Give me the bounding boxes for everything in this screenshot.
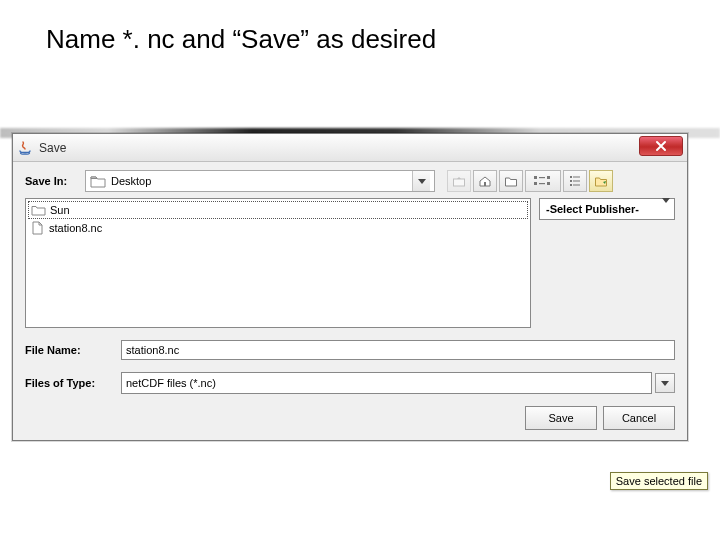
close-icon <box>655 140 667 152</box>
file-icon <box>30 221 45 235</box>
svg-rect-11 <box>573 181 580 182</box>
details-view-button[interactable] <box>563 170 587 192</box>
filetype-row: Files of Type: netCDF files (*.nc) <box>13 366 687 400</box>
button-row: Save Cancel <box>13 400 687 440</box>
up-one-level-button[interactable] <box>447 170 471 192</box>
save-in-value: Desktop <box>111 175 412 187</box>
java-icon <box>17 140 33 156</box>
go-button[interactable] <box>589 170 613 192</box>
titlebar: Save <box>13 134 687 162</box>
filetype-combo[interactable]: netCDF files (*.nc) <box>121 372 652 394</box>
publisher-combo-label: -Select Publisher- <box>546 203 639 215</box>
details-view-icon <box>568 174 582 188</box>
filename-label: File Name: <box>25 344 117 356</box>
svg-rect-0 <box>454 179 465 186</box>
folder-go-icon <box>594 174 608 188</box>
dialog-title: Save <box>39 141 66 155</box>
list-item-label: station8.nc <box>49 222 102 234</box>
save-in-combo[interactable]: Desktop <box>85 170 435 192</box>
save-dialog: Save Save In: Desktop <box>12 133 688 441</box>
svg-rect-7 <box>547 182 550 185</box>
list-item[interactable]: station8.nc <box>28 219 528 237</box>
cancel-button[interactable]: Cancel <box>603 406 675 430</box>
chevron-down-icon <box>661 381 669 386</box>
svg-rect-4 <box>539 177 545 178</box>
new-folder-button[interactable] <box>499 170 523 192</box>
file-list[interactable]: Sun station8.nc <box>25 198 531 328</box>
close-button[interactable] <box>639 136 683 156</box>
toolbar-buttons <box>447 170 613 192</box>
filename-input[interactable] <box>121 340 675 360</box>
save-button[interactable]: Save <box>525 406 597 430</box>
svg-rect-5 <box>539 183 545 184</box>
folder-icon <box>90 174 106 188</box>
svg-rect-12 <box>570 184 572 186</box>
slide: Name *. nc and “Save” as desired Save Sa… <box>0 0 720 540</box>
svg-rect-6 <box>547 176 550 179</box>
list-view-icon <box>532 174 554 188</box>
svg-rect-8 <box>570 176 572 178</box>
svg-rect-3 <box>534 182 537 185</box>
save-in-label: Save In: <box>25 175 79 187</box>
svg-rect-13 <box>573 185 580 186</box>
content-row: Sun station8.nc -Select Publisher- <box>13 198 687 334</box>
filetype-value: netCDF files (*.nc) <box>126 377 216 389</box>
save-in-dropdown-arrow[interactable] <box>412 171 430 191</box>
svg-rect-10 <box>570 180 572 182</box>
tooltip-text: Save selected file <box>616 475 702 487</box>
filetype-dropdown-arrow[interactable] <box>655 373 675 393</box>
save-in-row: Save In: Desktop <box>13 162 687 198</box>
home-icon <box>478 174 492 188</box>
folder-icon <box>31 203 46 217</box>
filetype-label: Files of Type: <box>25 377 117 389</box>
svg-rect-2 <box>534 176 537 179</box>
chevron-down-icon <box>662 203 670 215</box>
up-folder-icon <box>452 174 466 188</box>
publisher-combo[interactable]: -Select Publisher- <box>539 198 675 220</box>
save-tooltip: Save selected file <box>610 472 708 490</box>
chevron-down-icon <box>418 179 426 184</box>
svg-rect-1 <box>484 182 486 186</box>
cancel-button-label: Cancel <box>622 412 656 424</box>
list-view-button[interactable] <box>525 170 561 192</box>
slide-caption: Name *. nc and “Save” as desired <box>46 24 436 55</box>
home-button[interactable] <box>473 170 497 192</box>
filename-row: File Name: <box>13 334 687 366</box>
list-item[interactable]: Sun <box>28 201 528 219</box>
list-item-label: Sun <box>50 204 70 216</box>
svg-rect-9 <box>573 177 580 178</box>
save-button-label: Save <box>548 412 573 424</box>
new-folder-icon <box>504 174 518 188</box>
